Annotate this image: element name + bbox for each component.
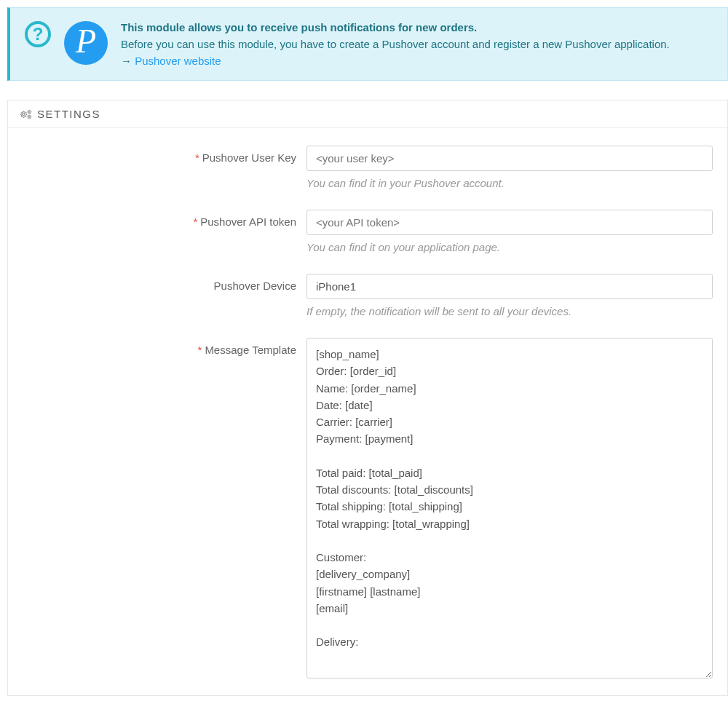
svg-point-2 <box>28 116 30 117</box>
info-alert: ? P This module allows you to receive pu… <box>7 7 728 81</box>
row-user-key: *Pushover User Key You can find it in yo… <box>23 146 713 189</box>
device-input[interactable] <box>306 274 713 299</box>
user-key-help: You can find it in your Pushover account… <box>306 177 713 189</box>
alert-description: Before you can use this module, you have… <box>121 38 713 50</box>
help-icon: ? <box>25 21 51 47</box>
pushover-website-link[interactable]: Pushover website <box>135 55 221 67</box>
user-key-input[interactable] <box>306 146 713 171</box>
svg-point-1 <box>28 111 30 112</box>
row-message-template: *Message Template <box>23 338 713 681</box>
alert-title: This module allows you to receive push n… <box>121 21 713 33</box>
panel-heading-text: SETTINGS <box>37 108 100 120</box>
panel-heading: SETTINGS <box>8 100 727 128</box>
label-api-token: *Pushover API token <box>23 210 306 228</box>
panel-body: *Pushover User Key You can find it in yo… <box>8 128 727 695</box>
pushover-logo: P <box>64 21 108 65</box>
api-token-help: You can find it on your application page… <box>306 241 713 253</box>
device-help: If empty, the notification will be sent … <box>306 305 713 317</box>
alert-text: This module allows you to receive push n… <box>121 21 713 67</box>
alert-link-row: → Pushover website <box>121 55 713 67</box>
message-template-textarea[interactable] <box>306 338 713 678</box>
label-template: *Message Template <box>23 338 306 356</box>
api-token-input[interactable] <box>306 210 713 235</box>
cogs-icon <box>20 109 33 119</box>
svg-point-0 <box>23 113 25 115</box>
label-device: Pushover Device <box>23 274 306 292</box>
row-device: Pushover Device If empty, the notificati… <box>23 274 713 317</box>
settings-panel: SETTINGS *Pushover User Key You can find… <box>7 100 728 696</box>
row-api-token: *Pushover API token You can find it on y… <box>23 210 713 253</box>
alert-arrow: → <box>121 55 135 67</box>
label-user-key: *Pushover User Key <box>23 146 306 164</box>
